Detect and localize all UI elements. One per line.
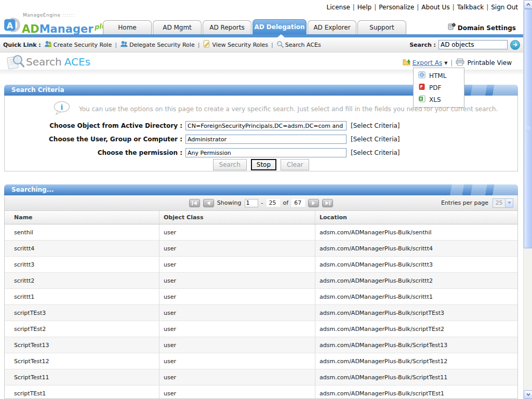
pagination-bar: Showing - 25 of 67 Entries per page	[5, 195, 517, 211]
cell-name: ScriptTest13	[5, 342, 159, 349]
license-link[interactable]: License	[327, 4, 350, 11]
cell-location: adsm.com/ADManagerPlus-Bulk/scriptTEst2	[315, 321, 517, 337]
table-rows: senthil user adsm.com/ADManagerPlus-Bulk…	[5, 224, 517, 399]
next-page-button[interactable]	[308, 199, 319, 207]
entries-per-page-label: Entries per page	[441, 200, 488, 206]
tab-ad-reports[interactable]: AD Reports	[203, 20, 251, 34]
table-row: scrittt4 user adsm.com/ADManagerPlus-Bul…	[5, 241, 517, 257]
cell-location: adsm.com/ADManagerPlus-Bulk/ScriptTest13	[315, 337, 517, 353]
object-select-criteria-link[interactable]: [Select Criteria]	[351, 122, 400, 129]
total-count-value: 67	[291, 199, 305, 207]
scroll-down-button[interactable]	[524, 390, 532, 399]
computer-gear-icon	[447, 23, 456, 33]
printable-view-label: Printable View	[467, 59, 512, 66]
domain-settings-button[interactable]: Domain Settings	[447, 23, 516, 33]
cell-object-class: user	[159, 289, 315, 304]
delegate-security-role-link[interactable]: Delegate Security Role	[120, 40, 195, 49]
export-xls-item[interactable]: XLS	[414, 94, 464, 105]
about-us-link[interactable]: About Us	[421, 4, 449, 11]
tab-home[interactable]: Home	[103, 20, 152, 34]
quickbar-separator: |	[115, 42, 117, 48]
cell-name: scrittt3	[5, 261, 159, 268]
permission-select-criteria-link[interactable]: [Select Criteria]	[351, 149, 400, 156]
domain-settings-label: Domain Settings	[458, 24, 516, 32]
cell-object-class: user	[159, 369, 315, 385]
search-go-button[interactable]	[510, 40, 520, 50]
tab-ad-delegation[interactable]: AD Delegation	[252, 19, 307, 34]
cell-location: adsm.com/ADManagerPlus-Bulk/senthil	[315, 224, 517, 240]
topbar-separator: |	[353, 4, 355, 11]
search-aces-link[interactable]: Search ACEs	[276, 41, 321, 49]
view-security-roles-link[interactable]: View Security Roles	[203, 40, 268, 49]
table-row: scriptTEst1 user adsm.com/ADManagerPlus-…	[5, 385, 517, 399]
user-field-label: Choose the User, Group or Computer :	[5, 136, 185, 143]
folder-export-icon	[403, 58, 410, 68]
cell-object-class: user	[159, 224, 315, 240]
export-pdf-item[interactable]: PDF	[414, 82, 464, 94]
table-header-row: Name Object Class Location	[5, 211, 517, 224]
tab-ad-mgmt[interactable]: AD Mgmt	[153, 20, 202, 34]
scroll-up-button[interactable]	[524, 0, 532, 9]
last-page-button[interactable]	[322, 199, 333, 207]
printable-view-button[interactable]: Printable View	[456, 58, 512, 68]
export-html-item[interactable]: HTML	[414, 70, 464, 82]
table-row: ScriptTest13 user adsm.com/ADManagerPlus…	[5, 337, 517, 353]
toolbar-separator: |	[450, 59, 453, 66]
export-as-button[interactable]: Export As ▼	[403, 58, 448, 68]
sign-out-link[interactable]: Sign Out	[491, 4, 518, 11]
quick-link-bar: Quick Link : Create Security Role | Dele…	[0, 37, 523, 52]
column-header-object-class[interactable]: Object Class	[159, 211, 315, 224]
tab-support[interactable]: Support	[357, 20, 406, 34]
magnifier-icon	[276, 41, 284, 49]
column-header-location[interactable]: Location	[315, 211, 517, 224]
page-toolbar: Export As ▼ | Printable View	[403, 58, 512, 68]
brand-tagline: ManageEngine	[23, 12, 61, 18]
cell-object-class: user	[159, 257, 315, 272]
cell-location: adsm.com/ADManagerPlus-Bulk/scriptTEst1	[315, 385, 517, 399]
object-field-input[interactable]	[185, 121, 347, 130]
user-select-criteria-link[interactable]: [Select Criteria]	[351, 136, 400, 143]
help-link[interactable]: Help	[357, 4, 371, 11]
user-field-input[interactable]	[185, 135, 347, 144]
select-arrow-icon	[505, 199, 513, 207]
header-stripes	[398, 184, 518, 195]
scrollbar-thumb[interactable]	[524, 9, 532, 248]
delegate-security-role-label: Delegate Security Role	[129, 42, 195, 48]
export-xls-label: XLS	[429, 96, 441, 103]
page-title: SearchACEs	[26, 56, 90, 68]
talkback-link[interactable]: Talkback	[457, 4, 484, 11]
cell-location: adsm.com/ADManagerPlus-Bulk/ScriptTest11	[315, 369, 517, 385]
clear-button[interactable]: Clear	[281, 159, 309, 170]
field-row-permission: Choose the permission : [Select Criteria…	[5, 148, 517, 158]
ad-logo-icon: A	[4, 18, 21, 34]
search-button[interactable]: Search	[213, 159, 247, 170]
cell-location: adsm.com/ADManagerPlus-Bulk/scriptTEst3	[315, 305, 517, 321]
cell-name: scrittt2	[5, 277, 159, 284]
create-security-role-label: Create Security Role	[54, 42, 112, 48]
results-status-title: Searching...	[11, 186, 54, 193]
column-header-name[interactable]: Name	[5, 211, 159, 224]
permission-field-input[interactable]	[185, 148, 347, 157]
stop-button[interactable]: Stop	[251, 159, 276, 170]
admanager-window: License|Help|Personalize|About Us|Talkba…	[0, 0, 532, 399]
cell-name: ScriptTest11	[5, 374, 159, 381]
page-size-select[interactable]: 25	[493, 198, 513, 208]
info-bubble-icon: i	[53, 101, 72, 117]
brand-ad: AD	[22, 24, 39, 34]
export-menu: HTML PDF XLS	[413, 68, 464, 108]
personalize-link[interactable]: Personalize	[379, 4, 414, 11]
topbar-separator: |	[453, 4, 455, 11]
global-search-input[interactable]	[438, 40, 508, 49]
of-label: of	[283, 200, 289, 206]
cell-name: scriptTEst3	[5, 310, 159, 316]
previous-page-button[interactable]	[203, 199, 214, 207]
create-security-role-link[interactable]: Create Security Role	[44, 40, 112, 49]
showing-label: Showing	[217, 200, 242, 206]
tab-ad-explorer[interactable]: AD Explorer	[308, 20, 356, 34]
first-page-button[interactable]	[189, 199, 200, 207]
topbar-separator: |	[417, 4, 419, 11]
table-row: scrittt3 user adsm.com/ADManagerPlus-Bul…	[5, 257, 517, 273]
page-end-value: 25	[267, 199, 280, 207]
cell-name: ScriptTest12	[5, 358, 159, 365]
page-start-input[interactable]	[245, 199, 258, 207]
